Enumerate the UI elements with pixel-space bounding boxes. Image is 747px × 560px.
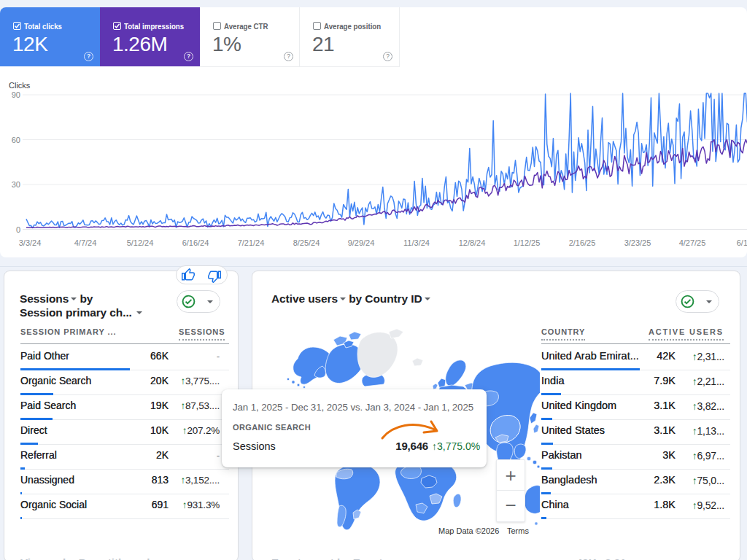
svg-text:4/7/24: 4/7/24 <box>74 238 97 247</box>
svg-text:30: 30 <box>12 180 20 189</box>
svg-text:60: 60 <box>12 136 20 144</box>
svg-text:8/25/24: 8/25/24 <box>293 238 320 247</box>
svg-text:3/23/25: 3/23/25 <box>624 238 651 247</box>
svg-text:7/21/24: 7/21/24 <box>238 238 265 247</box>
svg-text:0: 0 <box>16 225 20 234</box>
svg-text:5/12/24: 5/12/24 <box>127 238 154 247</box>
svg-text:1/12/25: 1/12/25 <box>514 238 541 247</box>
svg-text:11/3/24: 11/3/24 <box>403 238 430 247</box>
svg-text:4/27/25: 4/27/25 <box>679 238 706 247</box>
svg-text:12/8/24: 12/8/24 <box>459 238 486 247</box>
svg-text:6/1/25: 6/1/25 <box>737 238 747 247</box>
svg-text:90: 90 <box>12 90 20 99</box>
svg-text:3/3/24: 3/3/24 <box>19 238 42 247</box>
svg-text:6/16/24: 6/16/24 <box>182 238 209 247</box>
svg-text:9/29/24: 9/29/24 <box>348 238 375 247</box>
svg-text:2/16/25: 2/16/25 <box>569 238 596 247</box>
